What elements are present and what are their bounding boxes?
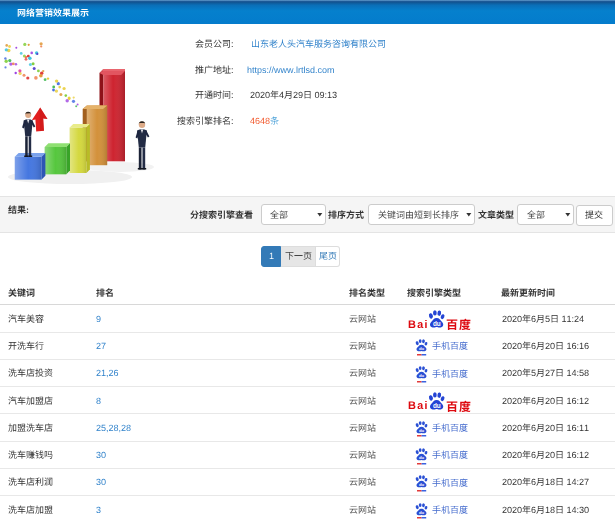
- svg-text:du: du: [419, 455, 425, 460]
- svg-text:du: du: [419, 374, 425, 379]
- svg-text:du: du: [419, 483, 425, 488]
- svg-text:du: du: [433, 320, 441, 327]
- svg-text:du: du: [419, 346, 425, 351]
- svg-text:du: du: [419, 428, 425, 433]
- svg-text:du: du: [433, 401, 441, 408]
- svg-text:du: du: [419, 510, 425, 515]
